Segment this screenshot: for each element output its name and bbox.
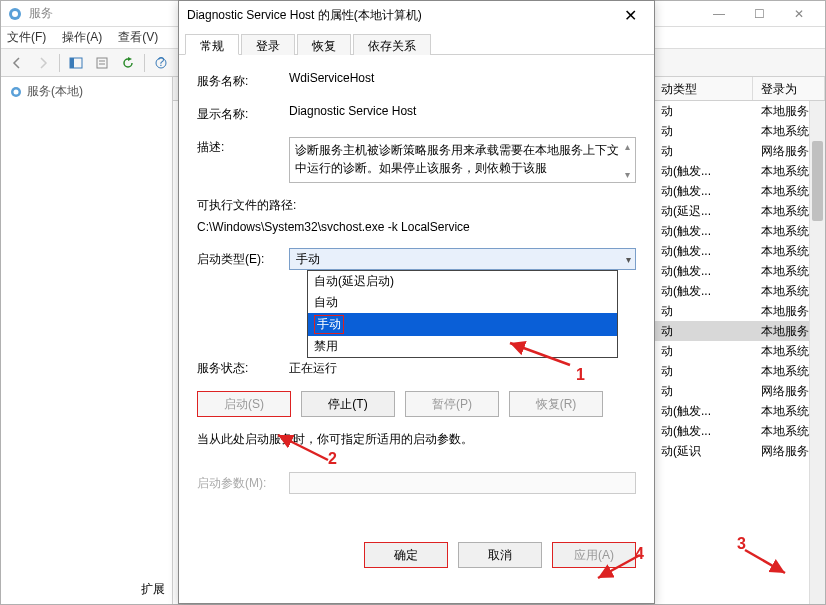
cell-startup: 动(触发... [653,423,753,440]
list-row[interactable]: 动(延识网络服务 [653,441,825,461]
cell-startup: 动 [653,323,753,340]
list-row[interactable]: 动本地服务 [653,301,825,321]
list-row[interactable]: 动(触发...本地系统 [653,261,825,281]
scrollbar[interactable] [809,101,825,604]
list-row[interactable]: 动(触发...本地系统 [653,401,825,421]
cell-startup: 动 [653,103,753,120]
service-list: 动类型 登录为 动本地服务动本地系统动网络服务动(触发...本地系统动(触发..… [653,77,825,604]
cell-startup: 动(触发... [653,403,753,420]
label-startup-type: 启动类型(E): [197,251,289,268]
list-row[interactable]: 动本地系统 [653,341,825,361]
menu-view[interactable]: 查看(V) [118,29,158,46]
start-params-input[interactable] [289,472,636,494]
apply-button[interactable]: 应用(A) [552,542,636,568]
svg-point-1 [12,11,18,17]
help-button[interactable]: ? [149,52,173,74]
cell-startup: 动 [653,383,753,400]
tab-general[interactable]: 常规 [185,34,239,55]
resume-button[interactable]: 恢复(R) [509,391,603,417]
properties-dialog: Diagnostic Service Host 的属性(本地计算机) ✕ 常规 … [178,0,655,604]
list-header: 动类型 登录为 [653,77,825,101]
properties-button[interactable] [90,52,114,74]
label-display-name: 显示名称: [197,104,289,123]
startup-type-value: 手动 [296,251,320,268]
col-startup[interactable]: 动类型 [653,77,753,100]
list-row[interactable]: 动(触发...本地系统 [653,161,825,181]
close-button[interactable]: ✕ [779,2,819,26]
label-description: 描述: [197,137,289,156]
list-row[interactable]: 动本地系统 [653,121,825,141]
list-row[interactable]: 动(触发...本地系统 [653,241,825,261]
dialog-title: Diagnostic Service Host 的属性(本地计算机) [187,7,614,24]
cell-startup: 动(触发... [653,263,753,280]
option-manual[interactable]: 手动 [308,313,617,336]
ok-button[interactable]: 确定 [364,542,448,568]
svg-text:?: ? [158,56,165,69]
stop-button[interactable]: 停止(T) [301,391,395,417]
list-row[interactable]: 动网络服务 [653,141,825,161]
refresh-button[interactable] [116,52,140,74]
tab-logon[interactable]: 登录 [241,34,295,55]
option-disabled[interactable]: 禁用 [308,336,617,357]
tree-root-label: 服务(本地) [27,83,83,100]
value-display-name: Diagnostic Service Host [289,104,636,118]
list-row[interactable]: 动网络服务 [653,381,825,401]
label-service-status: 服务状态: [197,360,289,377]
start-button[interactable]: 启动(S) [197,391,291,417]
pause-button[interactable]: 暂停(P) [405,391,499,417]
cell-startup: 动(延迟... [653,203,753,220]
cell-startup: 动 [653,123,753,140]
list-row[interactable]: 动(触发...本地系统 [653,281,825,301]
label-service-name: 服务名称: [197,71,289,90]
chevron-down-icon: ▾ [626,254,631,265]
services-icon [7,6,23,22]
minimize-button[interactable]: — [699,2,739,26]
col-logon[interactable]: 登录为 [753,77,825,100]
cell-startup: 动 [653,363,753,380]
cell-startup: 动 [653,303,753,320]
desc-scroll-up[interactable]: ▴ [619,138,635,154]
list-row[interactable]: 动本地系统 [653,361,825,381]
list-row[interactable]: 动本地服务 [653,101,825,121]
startup-dropdown: 自动(延迟启动) 自动 手动 禁用 [307,270,618,358]
list-row[interactable]: 动(触发...本地系统 [653,221,825,241]
forward-button[interactable] [31,52,55,74]
tab-recovery[interactable]: 恢复 [297,34,351,55]
back-button[interactable] [5,52,29,74]
menu-file[interactable]: 文件(F) [7,29,46,46]
panel-button[interactable] [64,52,88,74]
option-auto-delayed[interactable]: 自动(延迟启动) [308,271,617,292]
description-box[interactable]: 诊断服务主机被诊断策略服务用来承载需要在本地服务上下文中运行的诊断。如果停止该服… [289,137,636,183]
cell-startup: 动(触发... [653,183,753,200]
cell-startup: 动(延识 [653,443,753,460]
cell-startup: 动 [653,343,753,360]
list-row[interactable]: 动(延迟...本地系统 [653,201,825,221]
option-auto[interactable]: 自动 [308,292,617,313]
cell-startup: 动(触发... [653,243,753,260]
list-row[interactable]: 动(触发...本地系统 [653,181,825,201]
value-description: 诊断服务主机被诊断策略服务用来承载需要在本地服务上下文中运行的诊断。如果停止该服… [295,143,619,175]
label-exe-path: 可执行文件的路径: [197,197,636,214]
label-start-params: 启动参数(M): [197,475,289,492]
cell-startup: 动(触发... [653,283,753,300]
desc-scroll-down[interactable]: ▾ [619,166,635,182]
value-service-status: 正在运行 [289,360,337,377]
tab-deps[interactable]: 依存关系 [353,34,431,55]
svg-point-10 [14,89,19,94]
list-row[interactable]: 动本地服务 [653,321,825,341]
bottom-tab-extended[interactable]: 扩展 [141,582,165,596]
svg-rect-4 [97,58,107,68]
list-row[interactable]: 动(触发...本地系统 [653,421,825,441]
dialog-close-button[interactable]: ✕ [614,6,646,25]
menu-action[interactable]: 操作(A) [62,29,102,46]
tree-panel: 服务(本地) [1,77,173,604]
dialog-tabs: 常规 登录 恢复 依存关系 [179,29,654,55]
note-text: 当从此处启动服务时，你可指定所适用的启动参数。 [197,431,636,448]
cancel-button[interactable]: 取消 [458,542,542,568]
cell-startup: 动 [653,143,753,160]
scrollbar-thumb[interactable] [812,141,823,221]
startup-type-select[interactable]: 手动 ▾ [289,248,636,270]
tree-root[interactable]: 服务(本地) [9,83,164,100]
dialog-titlebar: Diagnostic Service Host 的属性(本地计算机) ✕ [179,1,654,29]
maximize-button[interactable]: ☐ [739,2,779,26]
